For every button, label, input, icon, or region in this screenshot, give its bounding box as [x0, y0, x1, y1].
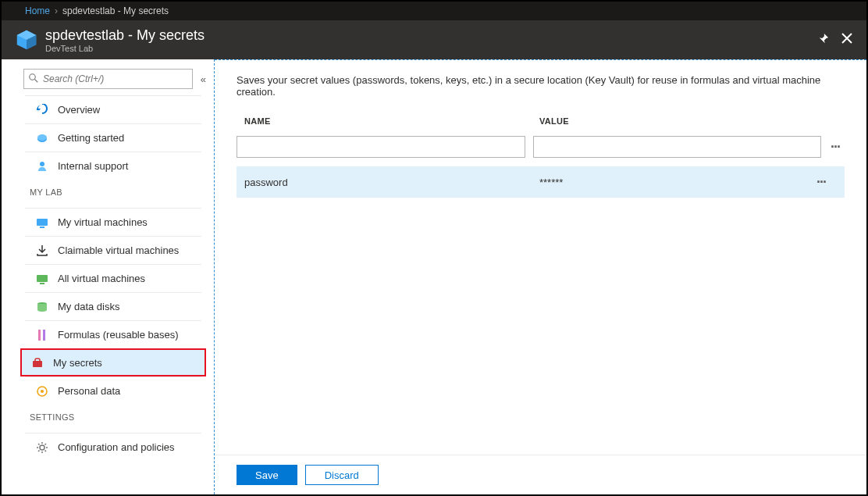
sidebar-item-formulas[interactable]: Formulas (reusable bases)	[25, 320, 201, 348]
getting-started-icon	[36, 132, 48, 145]
pin-icon[interactable]	[818, 33, 829, 47]
svg-point-6	[37, 134, 47, 141]
close-icon[interactable]	[841, 33, 852, 47]
breadcrumb-home[interactable]: Home	[25, 5, 50, 16]
sidebar-item-all-vms[interactable]: All virtual machines	[25, 264, 201, 292]
sidebar-item-label: Claimable virtual machines	[58, 244, 179, 256]
vm-icon	[36, 216, 48, 229]
sidebar-item-label: My secrets	[53, 357, 102, 369]
collapse-sidebar-icon[interactable]: «	[201, 73, 206, 85]
secrets-icon	[31, 356, 44, 369]
sidebar-item-internal-support[interactable]: Internal support	[25, 152, 201, 180]
sidebar-item-label: All virtual machines	[58, 273, 145, 284]
sidebar-item-label: Getting started	[58, 132, 124, 144]
all-vm-icon	[36, 273, 48, 285]
save-button[interactable]: Save	[237, 465, 297, 485]
svg-rect-8	[37, 219, 48, 226]
sidebar-item-claimable-vms[interactable]: Claimable virtual machines	[25, 236, 201, 264]
svg-point-18	[41, 390, 44, 393]
breadcrumb: Home › spdevtestlab - My secrets	[2, 2, 866, 20]
config-icon	[36, 441, 48, 454]
row-value: ******	[532, 177, 816, 188]
svg-rect-16	[35, 359, 40, 362]
sidebar-item-label: Overview	[58, 104, 100, 116]
overview-icon	[36, 104, 48, 116]
blade-subtitle: DevTest Lab	[45, 44, 205, 53]
sidebar-item-getting-started[interactable]: Getting started	[25, 123, 201, 152]
sidebar-heading-mylab: MY LAB	[2, 180, 214, 202]
sidebar-section-settings: Configuration and policies	[2, 433, 214, 461]
sidebar-item-personal-data[interactable]: Personal data	[25, 376, 201, 405]
sidebar-item-my-vms[interactable]: My virtual machines	[25, 208, 201, 236]
svg-rect-13	[38, 330, 41, 341]
secret-value-input[interactable]	[533, 136, 821, 158]
sidebar-heading-settings: SETTINGS	[2, 405, 214, 426]
sidebar-item-label: Configuration and policies	[58, 441, 175, 453]
svg-line-4	[35, 79, 38, 82]
sidebar-item-label: Personal data	[58, 385, 120, 397]
breadcrumb-separator: ›	[55, 5, 58, 16]
sidebar: « Overview Getting started Internal supp…	[2, 59, 215, 494]
sidebar-item-data-disks[interactable]: My data disks	[25, 292, 201, 320]
breadcrumb-current: spdevtestlab - My secrets	[62, 5, 169, 16]
sidebar-item-my-secrets[interactable]: My secrets	[20, 348, 206, 376]
sidebar-section-general: Overview Getting started Internal suppor…	[2, 95, 214, 180]
svg-rect-9	[40, 227, 44, 228]
column-value: VALUE	[532, 116, 816, 126]
panel-description: Saves your secret values (passwords, tok…	[237, 74, 845, 98]
claim-icon	[36, 244, 48, 257]
new-secret-row: ···	[237, 134, 845, 160]
search-box[interactable]	[23, 69, 193, 89]
row-name: password	[237, 177, 532, 188]
svg-rect-11	[40, 283, 44, 284]
svg-point-19	[40, 445, 44, 450]
disks-icon	[36, 301, 48, 313]
secret-name-input[interactable]	[237, 136, 525, 158]
discard-button[interactable]: Discard	[305, 465, 379, 485]
personal-icon	[36, 385, 48, 398]
support-icon	[36, 160, 48, 173]
svg-rect-14	[43, 330, 45, 341]
footer: Save Discard	[215, 455, 866, 494]
svg-point-3	[30, 73, 36, 80]
sidebar-item-label: My virtual machines	[58, 216, 148, 228]
svg-rect-10	[37, 275, 48, 282]
sidebar-item-config-policies[interactable]: Configuration and policies	[25, 433, 201, 461]
sidebar-section-mylab: My virtual machines Claimable virtual ma…	[2, 208, 214, 405]
sidebar-item-label: My data disks	[58, 301, 119, 312]
row-more-icon[interactable]: ···	[816, 174, 845, 191]
search-input[interactable]	[43, 73, 187, 84]
table-header: NAME VALUE	[237, 112, 845, 130]
blade-title: spdevtestlab - My secrets	[45, 27, 205, 44]
svg-rect-15	[33, 361, 42, 367]
blade-header: spdevtestlab - My secrets DevTest Lab	[2, 20, 866, 59]
sidebar-item-label: Internal support	[58, 160, 128, 172]
sidebar-item-overview[interactable]: Overview	[25, 95, 201, 123]
table-row[interactable]: password ****** ···	[237, 166, 845, 198]
sidebar-item-label: Formulas (reusable bases)	[58, 329, 179, 341]
main-panel: Saves your secret values (passwords, tok…	[215, 59, 866, 494]
column-name: NAME	[237, 116, 532, 126]
svg-point-7	[40, 162, 44, 166]
lab-cube-icon	[16, 29, 37, 51]
new-row-more-icon[interactable]: ···	[826, 139, 845, 155]
search-icon	[29, 73, 38, 85]
formulas-icon	[36, 329, 48, 341]
